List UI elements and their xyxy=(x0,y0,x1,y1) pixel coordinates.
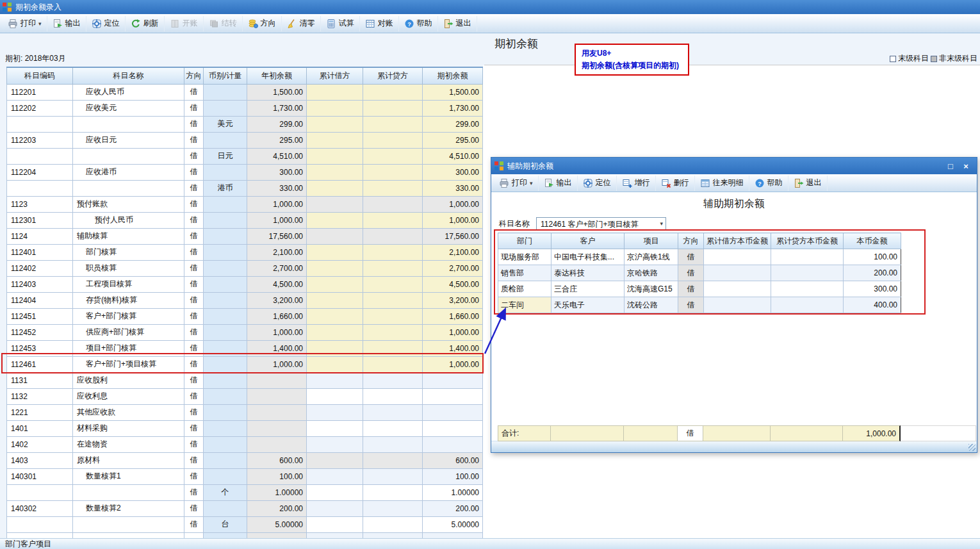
cell-year-begin-balance[interactable]: 5.00000 xyxy=(247,516,307,532)
toolbar-button-trial-balance[interactable]: 试算 xyxy=(321,16,360,31)
cell-subject-code[interactable]: 1221 xyxy=(7,404,73,420)
toolbar-button-direction[interactable]: 方向 xyxy=(243,16,282,31)
cell-currency-unit[interactable] xyxy=(204,292,247,308)
cell-direction[interactable]: 借 xyxy=(184,420,204,436)
cell-begin-balance[interactable]: 3,200.00 xyxy=(423,292,483,308)
cell-begin-balance[interactable]: 300.00 xyxy=(423,164,483,180)
cell-subject-name[interactable] xyxy=(73,516,184,532)
cell-year-begin-balance[interactable]: 2,700.00 xyxy=(247,260,307,276)
cell-begin-balance[interactable] xyxy=(423,532,483,538)
cell-year-begin-balance[interactable]: 1,000.00 xyxy=(247,212,307,228)
cell-year-begin-balance[interactable]: 4,510.00 xyxy=(247,148,307,164)
cell-direction[interactable]: 借 xyxy=(184,356,204,372)
cell-subject-name[interactable]: 数量核算2 xyxy=(73,500,184,516)
cell-subject-name[interactable]: 供应商+部门核算 xyxy=(73,324,184,340)
cell-currency-unit[interactable] xyxy=(204,196,247,212)
resize-grip[interactable] xyxy=(968,444,976,451)
cell-accumulated-credit[interactable] xyxy=(363,132,423,148)
cell-direction[interactable]: 借 xyxy=(678,281,704,297)
cell-accumulated-credit-amount[interactable] xyxy=(771,249,844,265)
cell-direction[interactable]: 借 xyxy=(678,265,704,281)
cell-accumulated-credit[interactable] xyxy=(363,292,423,308)
cell-accumulated-debit-amount[interactable] xyxy=(704,281,771,297)
cell-accumulated-debit[interactable] xyxy=(307,148,363,164)
cell-year-begin-balance[interactable] xyxy=(247,420,307,436)
cell-direction[interactable]: 借 xyxy=(678,249,704,265)
cell-currency-unit[interactable] xyxy=(204,452,247,468)
cell-subject-name[interactable]: 应收港币 xyxy=(73,164,184,180)
cell-accumulated-debit[interactable] xyxy=(307,468,363,484)
cell-department[interactable]: 销售部 xyxy=(498,265,551,281)
cell-begin-balance[interactable]: 2,100.00 xyxy=(423,244,483,260)
cell-currency-unit[interactable] xyxy=(204,324,247,340)
cell-subject-name[interactable] xyxy=(73,148,184,164)
cell-year-begin-balance[interactable] xyxy=(247,404,307,420)
toolbar-button-check-account[interactable]: 对账 xyxy=(360,16,399,31)
cell-subject-name[interactable]: 数量核算1 xyxy=(73,468,184,484)
cell-accumulated-debit[interactable] xyxy=(307,484,363,500)
cell-year-begin-balance[interactable]: 1,660.00 xyxy=(247,308,307,324)
cell-begin-balance[interactable]: 1,000.00 xyxy=(423,196,483,212)
cell-subject-name[interactable]: 工程项目核算 xyxy=(73,276,184,292)
cell-currency-unit[interactable]: 日元 xyxy=(204,148,247,164)
toolbar-button-locate[interactable]: 定位 xyxy=(578,176,617,191)
cell-direction[interactable]: 借 xyxy=(184,292,204,308)
cell-accumulated-debit[interactable] xyxy=(307,340,363,356)
cell-customer[interactable]: 泰达科技 xyxy=(551,265,625,281)
cell-direction[interactable]: 借 xyxy=(184,148,204,164)
cell-begin-balance[interactable]: 200.00 xyxy=(423,500,483,516)
cell-subject-name[interactable] xyxy=(73,180,184,196)
cell-accumulated-debit[interactable] xyxy=(307,100,363,116)
cell-accumulated-credit-amount[interactable] xyxy=(771,297,844,313)
cell-direction[interactable] xyxy=(184,532,204,538)
cell-accumulated-debit[interactable] xyxy=(307,372,363,388)
cell-currency-unit[interactable] xyxy=(204,212,247,228)
cell-project[interactable]: 京沪高铁1线 xyxy=(625,249,678,265)
cell-local-currency-amount[interactable]: 400.00 xyxy=(844,297,901,313)
cell-subject-code[interactable]: 112203 xyxy=(7,132,73,148)
cell-begin-balance[interactable]: 330.00 xyxy=(423,180,483,196)
cell-currency-unit[interactable]: 个 xyxy=(204,484,247,500)
cell-accumulated-debit[interactable] xyxy=(307,324,363,340)
cell-accumulated-debit[interactable] xyxy=(307,164,363,180)
cell-year-begin-balance[interactable]: 1,000.00 xyxy=(247,356,307,372)
cell-currency-unit[interactable] xyxy=(204,228,247,244)
cell-direction[interactable]: 借 xyxy=(678,297,704,313)
cell-direction[interactable]: 借 xyxy=(184,116,204,132)
toolbar-button-export[interactable]: 输出 xyxy=(47,16,86,31)
cell-local-currency-amount[interactable]: 100.00 xyxy=(844,249,901,265)
cell-accumulated-credit[interactable] xyxy=(363,84,423,100)
toolbar-button-del-row[interactable]: 删行 xyxy=(656,176,695,191)
cell-accumulated-credit[interactable] xyxy=(363,100,423,116)
cell-accumulated-credit[interactable] xyxy=(363,484,423,500)
cell-subject-code[interactable]: 112202 xyxy=(7,100,73,116)
cell-subject-name[interactable]: 在途物资 xyxy=(73,436,184,452)
cell-year-begin-balance[interactable]: 1,500.00 xyxy=(247,84,307,100)
cell-accumulated-credit[interactable] xyxy=(363,404,423,420)
cell-accumulated-debit[interactable] xyxy=(307,436,363,452)
cell-direction[interactable]: 借 xyxy=(184,372,204,388)
cell-year-begin-balance[interactable]: 299.00 xyxy=(247,116,307,132)
cell-accumulated-debit[interactable] xyxy=(307,500,363,516)
cell-accumulated-credit[interactable] xyxy=(363,372,423,388)
cell-begin-balance[interactable]: 1,000.00 xyxy=(423,212,483,228)
cell-currency-unit[interactable] xyxy=(204,532,247,538)
cell-begin-balance[interactable]: 1,000.00 xyxy=(423,356,483,372)
cell-year-begin-balance[interactable]: 300.00 xyxy=(247,164,307,180)
cell-accumulated-credit[interactable] xyxy=(363,532,423,538)
cell-accumulated-debit[interactable] xyxy=(307,132,363,148)
cell-year-begin-balance[interactable]: 295.00 xyxy=(247,132,307,148)
cell-currency-unit[interactable] xyxy=(204,404,247,420)
cell-currency-unit[interactable] xyxy=(204,84,247,100)
cell-subject-name[interactable]: 预付账款 xyxy=(73,196,184,212)
cell-accumulated-debit-amount[interactable] xyxy=(704,265,771,281)
cell-subject-name[interactable] xyxy=(73,484,184,500)
cell-direction[interactable]: 借 xyxy=(184,196,204,212)
cell-begin-balance[interactable]: 1,660.00 xyxy=(423,308,483,324)
cell-project[interactable]: 沈海高速G15 xyxy=(625,281,678,297)
cell-accumulated-credit[interactable] xyxy=(363,228,423,244)
cell-accumulated-credit[interactable] xyxy=(363,244,423,260)
cell-department[interactable]: 现场服务部 xyxy=(498,249,551,265)
cell-subject-name[interactable]: 应收利息 xyxy=(73,388,184,404)
cell-currency-unit[interactable] xyxy=(204,244,247,260)
